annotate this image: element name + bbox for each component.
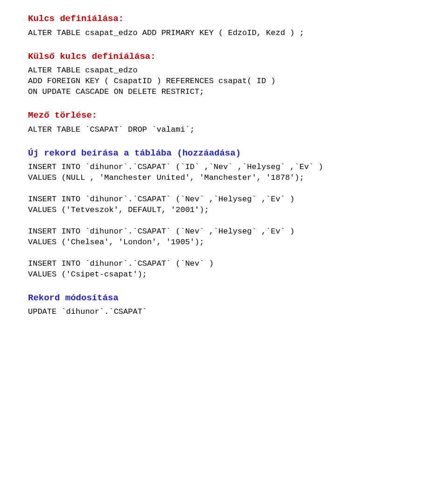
sql-update-record: UPDATE `dihunor`.`CSAPAT`	[28, 307, 429, 318]
heading-key-definition: Kulcs definiálása:	[28, 13, 429, 25]
heading-update-record: Rekord módosítása	[28, 292, 429, 304]
section-update-record: Rekord módosítása UPDATE `dihunor`.`CSAP…	[28, 292, 429, 318]
section-foreign-key: Külső kulcs definiálása: ALTER TABLE csa…	[28, 51, 429, 98]
sql-key-definition: ALTER TABLE csapat_edzo ADD PRIMARY KEY …	[28, 28, 429, 39]
sql-field-delete: ALTER TABLE `CSAPAT` DROP `valami`;	[28, 125, 429, 135]
section-insert-record: Új rekord beírása a táblába (hozzáadása)…	[28, 148, 429, 280]
sql-insert-record: INSERT INTO `dihunor`.`CSAPAT` (`ID` ,`N…	[28, 162, 429, 280]
heading-field-delete: Mező törlése:	[28, 110, 429, 122]
heading-foreign-key: Külső kulcs definiálása:	[28, 51, 429, 63]
section-field-delete: Mező törlése: ALTER TABLE `CSAPAT` DROP …	[28, 110, 429, 135]
section-key-definition: Kulcs definiálása: ALTER TABLE csapat_ed…	[28, 13, 429, 39]
heading-insert-record: Új rekord beírása a táblába (hozzáadása)	[28, 148, 429, 160]
sql-foreign-key: ALTER TABLE csapat_edzo ADD FOREIGN KEY …	[28, 65, 429, 98]
